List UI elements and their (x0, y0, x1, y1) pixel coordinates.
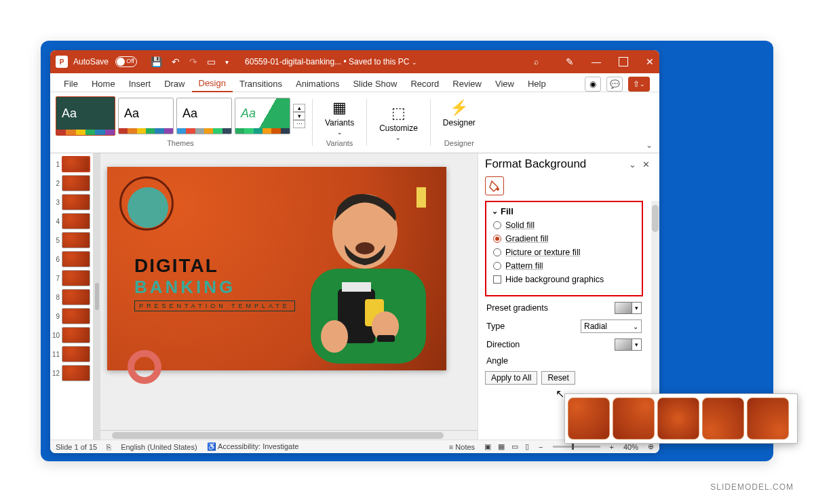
search-icon[interactable]: ⌕ (534, 57, 539, 66)
pane-options-icon[interactable]: ⌄ (625, 159, 639, 170)
slide-title-block[interactable]: DIGITAL BANKING PRESENTATION TEMPLATE (134, 255, 295, 311)
spellcheck-icon[interactable]: ⎘ (106, 443, 111, 451)
tab-help[interactable]: Help (521, 76, 553, 92)
zoom-level[interactable]: 40% (623, 443, 638, 451)
fill-section-highlight: Fill Solid fill Gradient fill Picture or… (485, 201, 643, 296)
svg-rect-8 (377, 335, 395, 342)
angle-row: Angle (486, 356, 642, 366)
autosave-label: AutoSave (73, 57, 109, 66)
tab-transitions[interactable]: Transitions (233, 76, 289, 92)
preset-gradients-dropdown[interactable]: ▾ (615, 302, 642, 314)
slide-thumb[interactable]: 4 (52, 213, 92, 229)
language-indicator[interactable]: English (United States) (121, 443, 197, 451)
direction-option[interactable] (613, 398, 655, 440)
autosave-control[interactable]: AutoSave Off (73, 56, 141, 67)
tab-file[interactable]: File (57, 76, 85, 92)
tab-record[interactable]: Record (404, 76, 446, 92)
slide-thumb[interactable]: 7 (52, 270, 92, 286)
solid-fill-radio[interactable]: Solid fill (493, 220, 635, 230)
direction-option[interactable] (702, 398, 744, 440)
customize-button[interactable]: ⬚ Customize ⌄ (374, 96, 423, 149)
redo-icon[interactable]: ↷ (189, 56, 197, 67)
save-icon[interactable]: 💾 (151, 56, 162, 67)
zoom-in-icon[interactable]: + (610, 443, 614, 451)
slide-thumb[interactable]: 11 (52, 346, 92, 362)
variants-button[interactable]: ▦ Variants ⌄ (319, 96, 360, 138)
pane-close-icon[interactable]: ✕ (639, 159, 653, 170)
quick-access-toolbar: 💾 ↶ ↷ ▭ ▾ (151, 56, 229, 67)
tab-review[interactable]: Review (446, 76, 488, 92)
tab-view[interactable]: View (488, 76, 521, 92)
direction-option[interactable] (657, 398, 699, 440)
sorter-view-icon[interactable]: ▦ (498, 442, 505, 451)
accessibility-indicator[interactable]: ♿ Accessibility: Investigate (207, 442, 299, 451)
designer-group: ⚡ Designer Designer (438, 96, 481, 149)
theme-option[interactable]: Aa (176, 98, 232, 134)
notes-button[interactable]: ≡ Notes (449, 443, 475, 451)
slide-thumb[interactable]: 12 (52, 365, 92, 381)
share-button[interactable]: ⇧ ⌄ (628, 77, 650, 92)
fill-section-header[interactable]: Fill (492, 206, 636, 216)
slide-thumb[interactable]: 8 (52, 289, 92, 305)
autosave-toggle[interactable]: Off (115, 56, 137, 67)
slide-editor[interactable]: DIGITAL BANKING PRESENTATION TEMPLATE (100, 153, 478, 440)
pane-splitter[interactable] (94, 153, 100, 440)
undo-icon[interactable]: ↶ (172, 56, 180, 67)
slide-thumb[interactable]: 2 (52, 175, 92, 191)
slide-thumb[interactable]: 6 (52, 251, 92, 267)
reading-view-icon[interactable]: ▭ (511, 442, 518, 451)
tab-design[interactable]: Design (192, 75, 233, 92)
comments-button[interactable]: 💬 (606, 77, 623, 92)
tab-insert[interactable]: Insert (122, 76, 158, 92)
gradient-fill-radio[interactable]: Gradient fill (493, 234, 635, 244)
direction-option[interactable] (568, 398, 610, 440)
svg-point-9 (497, 188, 499, 191)
zoom-out-icon[interactable]: − (539, 443, 543, 451)
tab-animations[interactable]: Animations (289, 76, 346, 92)
reset-button[interactable]: Reset (541, 371, 575, 385)
slideshow-view-icon[interactable]: ▯ (525, 442, 529, 451)
slideshow-icon[interactable]: ▭ (207, 56, 216, 67)
slide-thumb[interactable]: 5 (52, 232, 92, 248)
pen-icon[interactable]: ✎ (566, 56, 574, 67)
format-pane-title: Format Background (485, 157, 625, 171)
slide-thumb[interactable]: 9 (52, 308, 92, 324)
maximize-icon[interactable] (619, 57, 628, 66)
direction-option[interactable] (747, 398, 789, 440)
slide-thumb[interactable]: 1 (52, 156, 92, 172)
slide-thumb[interactable]: 10 (52, 327, 92, 343)
preset-gradients-row: Preset gradients ▾ (486, 302, 642, 314)
normal-view-icon[interactable]: ▣ (484, 442, 491, 451)
slide-thumbnails-pane[interactable]: 1 2 3 4 5 6 7 8 9 10 11 12 (50, 153, 94, 440)
designer-button[interactable]: ⚡ Designer (438, 96, 481, 130)
theme-option[interactable]: Aa (235, 98, 290, 134)
minimize-icon[interactable]: — (592, 56, 601, 67)
zoom-slider[interactable] (553, 446, 600, 448)
picture-fill-radio[interactable]: Picture or texture fill (493, 248, 635, 257)
variants-icon: ▦ (332, 99, 347, 117)
direction-label: Direction (486, 340, 520, 349)
slide-thumb[interactable]: 3 (52, 194, 92, 210)
slide-counter[interactable]: Slide 1 of 15 (56, 443, 97, 451)
close-icon[interactable]: ✕ (646, 56, 654, 67)
fill-tab-icon[interactable] (485, 176, 504, 195)
tab-home[interactable]: Home (85, 76, 122, 92)
theme-option[interactable]: Aa (118, 98, 174, 134)
slide-canvas[interactable]: DIGITAL BANKING PRESENTATION TEMPLATE (107, 167, 446, 370)
cursor-icon: ↖ (556, 387, 564, 400)
ribbon-collapse-icon[interactable]: ⌄ (646, 140, 653, 150)
theme-option-current[interactable]: Aa (56, 96, 115, 136)
tab-slideshow[interactable]: Slide Show (346, 76, 404, 92)
watermark: SLIDEMODEL.COM (710, 482, 794, 492)
horizontal-scrollbar[interactable] (100, 430, 478, 440)
tab-draw[interactable]: Draw (157, 76, 191, 92)
pattern-fill-radio[interactable]: Pattern fill (493, 261, 635, 271)
hide-bg-checkbox[interactable]: Hide background graphics (493, 275, 635, 284)
camera-button[interactable]: ◉ (585, 77, 601, 92)
theme-gallery-nav[interactable]: ▴▾⋯ (293, 104, 305, 128)
type-dropdown[interactable]: Radial (581, 319, 642, 333)
direction-dropdown[interactable]: ▾ (615, 338, 642, 351)
variants-group: ▦ Variants ⌄ Variants (319, 96, 360, 149)
qat-more-icon[interactable]: ▾ (225, 58, 229, 66)
apply-to-all-button[interactable]: Apply to All (485, 371, 537, 385)
